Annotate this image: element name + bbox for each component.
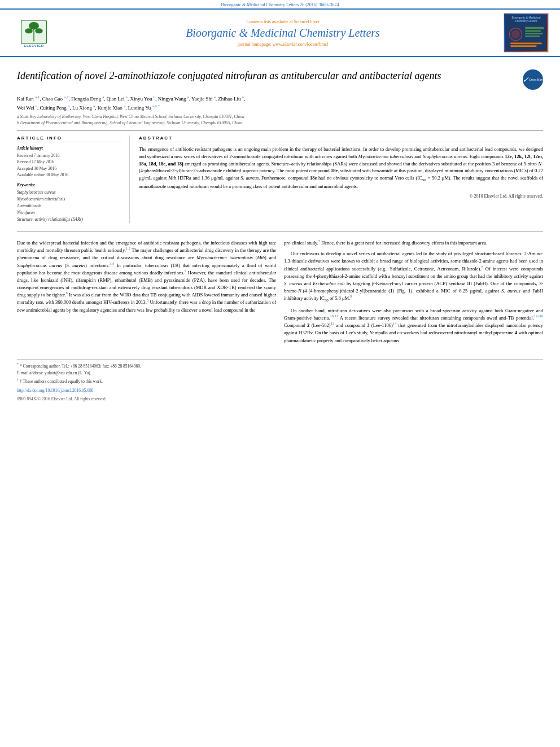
- footnotes-section: * * Corresponding author. Tel.: +86 28 8…: [17, 359, 543, 385]
- svg-rect-18: [510, 45, 536, 47]
- info-abstract-section: ARTICLE INFO Article history: Received 7…: [17, 130, 543, 223]
- svg-point-5: [35, 28, 43, 33]
- svg-rect-13: [525, 27, 544, 29]
- svg-text:ELSEVIER: ELSEVIER: [24, 43, 44, 47]
- body-text-section: Due to the widespread bacterial infectio…: [17, 239, 543, 348]
- journal-cover-svg: Bioorganic & Medicinal Chemistry Letters: [505, 13, 547, 53]
- abstract-column: ABSTRACT The emergence of antibiotic res…: [139, 136, 543, 223]
- journal-header-center: Contents lists available at ScienceDirec…: [62, 19, 504, 47]
- copyright-footer: 0960-894X/© 2016 Elsevier Ltd. All right…: [17, 396, 543, 401]
- elsevier-logo-box: ELSEVIER: [6, 15, 62, 51]
- svg-text:Chemistry Letters: Chemistry Letters: [515, 20, 537, 23]
- keyword-3: Aminothiazole: [17, 203, 123, 209]
- revised-date: Revised 17 May 2016: [17, 159, 123, 165]
- svg-rect-16: [525, 36, 540, 37]
- received-date: Received 7 January 2016: [17, 152, 123, 159]
- svg-point-4: [25, 28, 33, 33]
- svg-rect-17: [510, 43, 542, 45]
- footnote-contrib: † † These authors contributed equally to…: [17, 377, 543, 385]
- svg-point-3: [29, 22, 39, 30]
- body-column-left: Due to the widespread bacterial infectio…: [17, 239, 276, 348]
- article-info-column: ARTICLE INFO Article history: Received 7…: [17, 136, 130, 223]
- journal-citation: Bioorganic & Medicinal Chemistry Letters…: [221, 2, 339, 7]
- crossmark-badge[interactable]: ✓CrossMark: [523, 69, 543, 90]
- accepted-date: Accepted 30 May 2016: [17, 165, 123, 172]
- abstract-text: The emergence of antibiotic resistant pa…: [139, 146, 543, 190]
- keyword-2: Mycobacterium tuberculosis: [17, 196, 123, 203]
- affiliation-a: a State Key Laboratory of Biotherapy, We…: [17, 114, 543, 120]
- body-para-4: On another hand, nitrofuran derivatives …: [284, 307, 543, 344]
- history-label: Article history:: [17, 146, 123, 151]
- article-title-section: Identification of novel 2-aminothiazole …: [17, 63, 543, 90]
- body-para-2: pre-clinical study.7 Hence, there is a g…: [284, 239, 543, 247]
- doi-section[interactable]: http://dx.doi.org/10.1016/j.bmcl.2016.05…: [17, 388, 543, 393]
- body-para-3: Our endeavors to develop a novel series …: [284, 250, 543, 304]
- keyword-5: Structure–activity relationships (SARs): [17, 216, 123, 223]
- keyword-1: Staphylococcus aureus: [17, 189, 123, 196]
- elsevier-emblem-icon: ELSEVIER: [17, 18, 51, 49]
- abstract-copyright: © 2016 Elsevier Ltd. All rights reserved…: [139, 194, 543, 199]
- article-content: Identification of novel 2-aminothiazole …: [0, 57, 560, 353]
- body-column-right: pre-clinical study.7 Hence, there is a g…: [284, 239, 543, 348]
- crossmark-icon: ✓CrossMark: [523, 69, 543, 90]
- affiliations: a State Key Laboratory of Biotherapy, We…: [17, 114, 543, 126]
- article-history: Article history: Received 7 January 2016…: [17, 146, 123, 178]
- footnote-corresponding: * * Corresponding author. Tel.: +86 28 8…: [17, 362, 543, 369]
- keyword-4: Nitrofuran: [17, 209, 123, 216]
- journal-info-bar: Bioorganic & Medicinal Chemistry Letters…: [0, 0, 560, 8]
- svg-point-12: [511, 30, 520, 38]
- article-info-heading: ARTICLE INFO: [17, 136, 123, 142]
- keywords-label: Keywords:: [17, 182, 123, 187]
- body-para-1: Due to the widespread bacterial infectio…: [17, 239, 276, 314]
- svg-rect-15: [525, 33, 542, 34]
- svg-text:Bioorganic & Medicinal: Bioorganic & Medicinal: [512, 16, 541, 19]
- journal-thumbnail: Bioorganic & Medicinal Chemistry Letters: [504, 13, 554, 53]
- affiliation-b: b Department of Pharmaceutical and Bioen…: [17, 120, 543, 126]
- section-divider: [17, 231, 543, 231]
- svg-rect-14: [525, 30, 541, 32]
- sciencedirect-name[interactable]: ScienceDirect: [294, 19, 320, 24]
- keywords-section: Keywords: Staphylococcus aureus Mycobact…: [17, 182, 123, 223]
- journal-homepage: journal homepage: www.elsevier.com/locat…: [62, 42, 504, 47]
- journal-cover-image: Bioorganic & Medicinal Chemistry Letters: [504, 13, 549, 53]
- doi-url[interactable]: http://dx.doi.org/10.1016/j.bmcl.2016.05…: [17, 388, 94, 393]
- available-date: Available online 30 May 2016: [17, 172, 123, 178]
- abstract-heading: ABSTRACT: [139, 136, 543, 142]
- elsevier-logo-section: ELSEVIER: [6, 15, 62, 51]
- sciencedirect-link: Contents lists available at ScienceDirec…: [62, 19, 504, 24]
- authors-list: Kai Ran a,†, Chao Gao a,†, Hongxia Deng …: [17, 94, 543, 112]
- footnote-email: E-mail address: yuluot@scu.edu.cn (L. Yu…: [17, 370, 543, 377]
- homepage-url[interactable]: www.elsevier.com/locate/bmcl: [273, 42, 329, 47]
- journal-title: Bioorganic & Medicinal Chemistry Letters: [62, 27, 504, 40]
- authors-text: Kai Ran a,†, Chao Gao a,†, Hongxia Deng …: [17, 96, 245, 111]
- article-title: Identification of novel 2-aminothiazole …: [17, 69, 517, 82]
- journal-header: ELSEVIER Contents lists available at Sci…: [0, 8, 560, 57]
